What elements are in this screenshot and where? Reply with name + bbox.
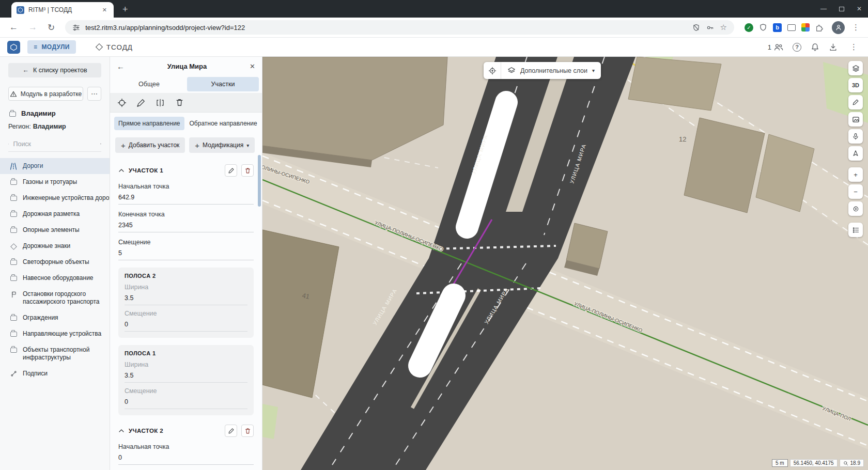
region-label: Регион: [8,123,31,130]
zoom-out-button[interactable]: − [848,184,863,199]
lane-width-value[interactable]: 3.5 [125,372,247,383]
sidebar-item-supports[interactable]: Опорные элементы [0,222,110,238]
sidebar-item-labels[interactable]: Подписи [0,366,110,382]
help-button[interactable]: ? [793,43,801,52]
bitwarden-extension-icon[interactable]: b [773,23,782,32]
browser-menu-icon[interactable]: ⋮ [849,23,863,32]
tab-sections[interactable]: Участки [187,77,259,91]
edit-section-button[interactable] [225,425,237,437]
window-close-icon[interactable]: ✕ [857,5,862,12]
sidebar-item-lawns[interactable]: Газоны и тротуары [0,174,110,190]
layers-stack-button[interactable] [848,61,863,75]
chevron-up-icon[interactable] [118,428,125,434]
sidebar-more-button[interactable]: ⋯ [87,87,101,101]
online-users-button[interactable]: 1 [768,43,783,51]
sidebar-item-roads[interactable]: Дороги [0,158,110,174]
zoom-in-button[interactable]: + [848,167,863,182]
app-logo-icon[interactable] [7,41,20,54]
delete-section-button[interactable] [241,425,254,437]
sidebar-item-label: Остановки городского пассажирского транс… [23,290,104,306]
edit-section-button[interactable] [225,164,237,177]
browser-tab[interactable]: RITM³ | ТСОДД ✕ [11,2,114,18]
panel-title: Улица Мира [125,62,250,70]
back-to-projects-button[interactable]: ← К списку проектов [8,63,101,77]
modules-button[interactable]: ≡ МОДУЛИ [27,40,76,54]
back-icon[interactable]: ← [5,22,22,33]
tab-general[interactable]: Общее [113,77,185,91]
sidebar-item-road-signs[interactable]: Дорожные знаки [0,238,110,254]
project-row[interactable]: Владимир [8,109,101,117]
sidebar-item-engineering[interactable]: Инженерные устройства дороги [0,190,110,206]
sidebar-item-markings[interactable]: Дорожная разметка [0,206,110,222]
sidebar-item-traffic-lights[interactable]: Светофорные объекты [0,254,110,270]
panel-close-icon[interactable]: ✕ [250,62,255,70]
split-section-tool-icon[interactable] [154,97,166,108]
filter-icon[interactable] [100,140,101,148]
shield-extension-icon[interactable] [759,23,767,32]
my-location-button[interactable] [848,201,863,216]
add-section-button[interactable]: + Добавить участок [115,137,185,153]
locate-target-button[interactable] [484,62,501,79]
orientation-button[interactable] [848,146,863,161]
direction-backward-tab[interactable]: Обратное направление [185,117,261,130]
map-canvas[interactable]: 41 12 УЛИЦА МИРА УЛИЦА МИРА УЛИЦА МИРА У… [262,57,868,470]
reload-icon[interactable]: ↻ [43,22,59,33]
additional-layers-button[interactable]: Дополнительные слои ▾ [501,67,601,75]
screenshot-button[interactable] [848,112,863,127]
app-menu-icon[interactable]: ⋮ [847,42,861,52]
app-title-group: ТСОДД [97,43,133,51]
start-point-value[interactable]: 642.9 [118,194,254,205]
plus-icon: + [121,142,126,149]
sidebar-item-transport-infrastructure[interactable]: Объекты транспортной инфраструктуры [0,342,110,366]
profile-avatar[interactable] [832,21,845,34]
panel-scrollbar[interactable] [258,155,261,207]
lane-offset-value[interactable]: 0 [125,398,247,409]
map-view[interactable]: 41 12 УЛИЦА МИРА УЛИЦА МИРА УЛИЦА МИРА У… [262,57,868,470]
vpn-shield-icon[interactable] [692,24,700,32]
delete-tool-icon[interactable] [174,97,185,108]
lane-offset-value[interactable]: 0 [125,321,247,332]
bookmark-star-icon[interactable]: ☆ [720,23,727,32]
address-bar[interactable]: test2.ritm3.ru/app/planning/tsodd/projec… [65,20,734,35]
panel-back-icon[interactable]: ← [117,62,125,71]
warning-icon [10,90,17,98]
color-extension-icon[interactable] [801,23,810,32]
chevron-up-icon[interactable] [118,167,125,174]
arrow-left-icon: ← [22,67,29,74]
legend-button[interactable] [848,223,863,237]
sidebar-item-fences[interactable]: Ограждения [0,310,110,326]
search-field[interactable] [8,136,101,152]
forward-icon[interactable]: → [24,22,41,33]
measure-button[interactable] [848,129,863,144]
region-row: Регион:Владимир [8,123,101,130]
start-point-value[interactable]: 0 [118,454,254,465]
url-text[interactable]: test2.ritm3.ru/app/planning/tsodd/projec… [85,24,687,32]
sidebar-item-bus-stops[interactable]: Остановки городского пассажирского транс… [0,286,110,310]
delete-section-button[interactable] [241,164,254,177]
draw-geometry-tool-icon[interactable] [135,97,147,108]
key-icon[interactable] [706,24,714,32]
search-input[interactable] [13,140,96,148]
window-maximize-icon[interactable] [839,7,844,11]
site-settings-icon[interactable] [72,24,80,32]
card-extension-icon[interactable] [787,24,796,31]
offset-value[interactable]: 5 [118,249,254,260]
notifications-bell-icon[interactable] [811,43,819,52]
check-badge-extension-icon[interactable]: ✓ [745,23,753,32]
extensions-puzzle-icon[interactable] [815,23,824,32]
end-point-value[interactable]: 2345 [118,222,254,232]
mode-3d-button[interactable]: 3D [848,78,863,92]
modification-button[interactable]: + Модификация ▾ [189,137,255,153]
lane-width-value[interactable]: 3.5 [125,294,247,305]
section-title: УЧАСТОК 1 [129,167,163,174]
sidebar-item-guiding-devices[interactable]: Направляющие устройства [0,326,110,342]
tab-close-icon[interactable]: ✕ [101,6,109,14]
target-tool-icon[interactable] [116,97,128,108]
draw-button[interactable] [848,95,863,109]
sidebar-item-mounted-equipment[interactable]: Навесное оборудование [0,270,110,286]
window-minimize-icon[interactable]: — [820,5,827,12]
download-icon[interactable] [829,43,838,52]
direction-forward-tab[interactable]: Прямое направление [114,117,184,130]
new-tab-button[interactable]: + [120,4,131,15]
sidebar-item-label: Инженерные устройства дороги [23,194,110,202]
